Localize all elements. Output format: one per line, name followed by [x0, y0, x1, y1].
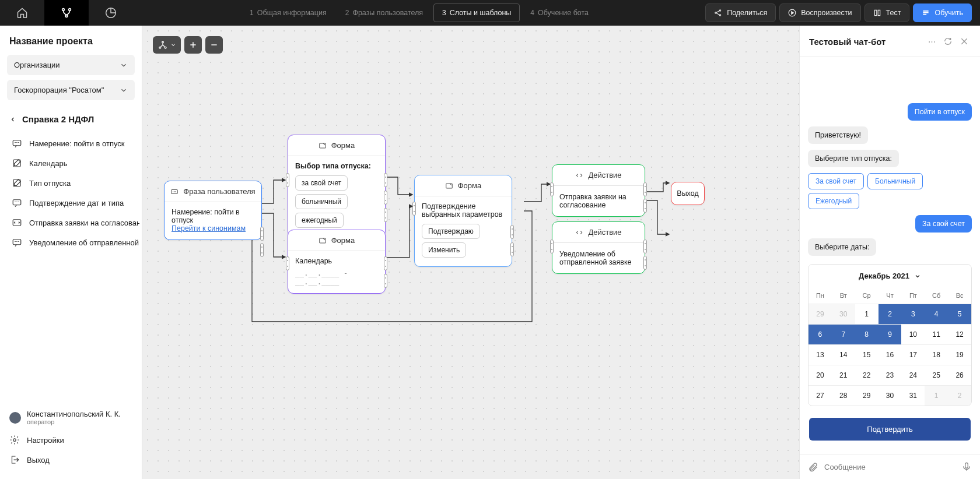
- analytics-icon[interactable]: [89, 0, 133, 26]
- cal-day[interactable]: 6: [808, 324, 832, 344]
- svg-rect-10: [13, 200, 21, 205]
- cal-day[interactable]: 3: [901, 304, 925, 324]
- sidebar-item-send[interactable]: Отправка заявки на согласование: [2, 213, 139, 233]
- cal-day[interactable]: 20: [808, 365, 832, 385]
- attach-icon[interactable]: [808, 462, 818, 472]
- settings-link[interactable]: Настройки: [9, 430, 132, 450]
- close-icon[interactable]: [958, 35, 971, 48]
- cal-day[interactable]: 19: [948, 344, 971, 365]
- code-icon: [12, 217, 22, 228]
- node-exit[interactable]: Выход: [671, 182, 705, 205]
- share-button[interactable]: Поделиться: [705, 3, 776, 22]
- sidebar-item-calendar[interactable]: Календарь: [2, 153, 139, 173]
- cal-day[interactable]: 9: [878, 324, 902, 344]
- back-link[interactable]: Справка 2 НДФЛ: [0, 105, 142, 130]
- node-form-calendar[interactable]: Форма Календарь __.__.____ - __.__.____: [288, 230, 386, 294]
- sidebar-item-type[interactable]: Тип отпуска: [2, 173, 139, 193]
- chip-sick[interactable]: Больничный: [867, 173, 923, 189]
- svg-rect-21: [965, 463, 968, 468]
- step-1[interactable]: 1Общая информация: [242, 3, 335, 22]
- node-action-send[interactable]: Действие Отправка заявки на согласование: [552, 164, 645, 217]
- cal-day[interactable]: 8: [855, 324, 878, 344]
- sidebar: Название проекта Организации Госкорпорац…: [0, 26, 142, 479]
- svg-point-15: [159, 47, 161, 48]
- svg-point-0: [62, 9, 65, 11]
- refresh-icon[interactable]: [942, 35, 954, 48]
- sidebar-item-notify[interactable]: Уведомление об отправленной заявке: [2, 233, 139, 252]
- corp-dropdown[interactable]: Госкорпорация "Росатом": [7, 80, 135, 100]
- chip-own[interactable]: За свой счет: [808, 173, 864, 189]
- sidebar-item-confirm[interactable]: Подтверждение дат и типа: [2, 193, 139, 213]
- cal-day[interactable]: 25: [925, 365, 948, 385]
- zoom-out-tool[interactable]: [205, 36, 223, 54]
- cal-day-next[interactable]: 1: [925, 385, 948, 406]
- cal-day[interactable]: 1: [855, 304, 878, 324]
- zoom-in-tool[interactable]: [184, 36, 202, 54]
- chat-icon: [12, 198, 22, 208]
- cal-day[interactable]: 23: [878, 365, 902, 385]
- synonyms-link[interactable]: Перейти к синонимам: [172, 224, 254, 233]
- node-form-confirm[interactable]: Форма Подтверждение выбранных параметров…: [414, 175, 512, 267]
- canvas[interactable]: Фраза пользователя Намерение: пойти в от…: [142, 26, 799, 479]
- cal-day[interactable]: 5: [948, 304, 971, 324]
- cal-day-prev[interactable]: 29: [808, 304, 832, 324]
- svg-point-13: [13, 439, 16, 442]
- msg-user-1: Пойти в отпуск: [908, 103, 972, 121]
- svg-point-5: [719, 15, 720, 16]
- calendar-confirm[interactable]: Подтвердить: [809, 418, 971, 441]
- svg-rect-19: [319, 238, 326, 242]
- node-phrase[interactable]: Фраза пользователя Намерение: пойти в от…: [164, 181, 262, 240]
- step-4[interactable]: 4Обучение бота: [522, 3, 597, 22]
- chat-input[interactable]: [824, 463, 956, 471]
- topbar: 1Общая информация 2Фразы пользователя 3С…: [0, 0, 980, 26]
- mic-icon[interactable]: [961, 462, 972, 472]
- cal-day[interactable]: 4: [925, 304, 948, 324]
- cal-day[interactable]: 13: [808, 344, 832, 365]
- cal-day[interactable]: 27: [808, 385, 832, 406]
- cal-day[interactable]: 16: [878, 344, 902, 365]
- flow-icon[interactable]: [44, 0, 89, 26]
- home-icon[interactable]: [0, 0, 44, 26]
- org-dropdown[interactable]: Организации: [7, 55, 135, 75]
- calendar: Декабрь 2021 ПнВтСрЧтПтСбВс2930123456789…: [808, 264, 972, 406]
- cal-day[interactable]: 28: [832, 385, 855, 406]
- test-button[interactable]: Тест: [864, 3, 910, 22]
- cal-day[interactable]: 15: [855, 344, 878, 365]
- cal-day[interactable]: 18: [925, 344, 948, 365]
- chip-annual[interactable]: Ежегодный: [808, 193, 859, 209]
- cal-day[interactable]: 2: [878, 304, 902, 324]
- cal-day[interactable]: 24: [901, 365, 925, 385]
- node-form-type[interactable]: Форма Выбор типа отпуска: за свой счет б…: [288, 135, 386, 237]
- branch-tool[interactable]: [153, 36, 181, 54]
- cal-day-next[interactable]: 2: [948, 385, 971, 406]
- svg-point-2: [65, 15, 68, 17]
- more-icon[interactable]: ⋯: [925, 35, 938, 48]
- cal-day[interactable]: 11: [925, 324, 948, 344]
- play-button[interactable]: Воспроизвести: [779, 3, 860, 22]
- cal-day[interactable]: 14: [832, 344, 855, 365]
- logout-link[interactable]: Выход: [9, 450, 132, 470]
- cal-day[interactable]: 22: [855, 365, 878, 385]
- cal-day[interactable]: 12: [948, 324, 971, 344]
- cal-day[interactable]: 30: [878, 385, 902, 406]
- train-button[interactable]: Обучить: [913, 3, 972, 22]
- step-2[interactable]: 2Фразы пользователя: [337, 3, 431, 22]
- svg-point-16: [164, 47, 166, 48]
- chat-panel: Тестовый чат-бот ⋯ Пойти в отпуск Привет…: [799, 26, 980, 479]
- svg-rect-20: [446, 183, 452, 188]
- cal-month[interactable]: Декабрь 2021: [808, 265, 971, 287]
- svg-rect-12: [13, 240, 21, 245]
- cal-day[interactable]: 21: [832, 365, 855, 385]
- cal-day[interactable]: 31: [901, 385, 925, 406]
- svg-point-3: [715, 12, 716, 13]
- sidebar-item-intent[interactable]: Намерение: пойти в отпуск: [2, 133, 139, 153]
- cal-day[interactable]: 29: [855, 385, 878, 406]
- cal-day[interactable]: 26: [948, 365, 971, 385]
- msg-bot-3: Выберите даты:: [808, 238, 876, 256]
- step-3[interactable]: 3Слоты и шаблоны: [433, 3, 520, 22]
- cal-day[interactable]: 10: [901, 324, 925, 344]
- node-action-notify[interactable]: Действие Уведомление об отправленной зая…: [552, 221, 645, 274]
- cal-day-prev[interactable]: 30: [832, 304, 855, 324]
- cal-day[interactable]: 17: [901, 344, 925, 365]
- cal-day[interactable]: 7: [832, 324, 855, 344]
